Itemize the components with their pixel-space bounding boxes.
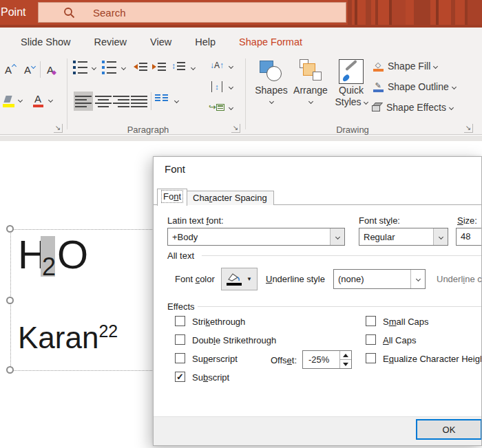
subscript-checkbox[interactable]: ✓ (175, 372, 185, 382)
tab-help[interactable]: Help (195, 36, 216, 47)
tab-slide-show[interactable]: Slide Show (21, 36, 71, 47)
chevron-down-icon (438, 234, 443, 239)
resize-handle-top-left[interactable] (6, 225, 14, 233)
lines-icon (139, 63, 147, 71)
underline-style-label: Underline style (266, 274, 325, 284)
columns-button[interactable] (155, 94, 168, 101)
arrange-label: Arrange (293, 85, 328, 96)
combo-dropdown-button[interactable] (330, 228, 344, 245)
text-highlight-color-button[interactable] (0, 89, 17, 110)
double-strikethrough-checkbox[interactable] (175, 334, 185, 345)
combo-dropdown-button[interactable] (410, 270, 425, 288)
superscript-checkbox[interactable] (175, 353, 185, 363)
chevron-down-icon (415, 277, 420, 281)
shape-fill-chevron-icon (433, 63, 438, 68)
shapes-label: Shapes (255, 85, 287, 96)
offset-label: Offset: (271, 355, 297, 365)
quick-styles-button[interactable]: Quick Styles (332, 58, 370, 108)
caret-down-icon (31, 63, 36, 68)
dialog-tab-character-spacing[interactable]: Character Spacing (186, 191, 274, 205)
shape-effects-button[interactable]: Shape Effects (372, 100, 453, 114)
divider (151, 92, 151, 110)
tab-review[interactable]: Review (94, 36, 127, 47)
shape-fill-button[interactable]: ◇ Shape Fill (372, 59, 437, 73)
superscript-label: Superscript (192, 354, 238, 364)
ok-button[interactable]: OK (416, 419, 482, 440)
latin-text-font-combobox[interactable]: +Body (167, 228, 345, 246)
align-left-button[interactable] (74, 92, 93, 111)
text-direction-button[interactable]: ↓ A ↑ (210, 61, 224, 70)
shapes-button[interactable]: Shapes (253, 58, 289, 103)
increase-font-size-button[interactable]: A (1, 61, 19, 78)
left-arrow-icon (134, 64, 138, 70)
group-separator (245, 58, 246, 129)
bullets-chevron-icon[interactable] (92, 65, 96, 70)
drawing-group-label: Drawing (297, 125, 408, 135)
tab-shape-format[interactable]: Shape Format (239, 36, 302, 47)
drawing-dialog-launcher[interactable]: ↘ (464, 124, 473, 133)
shape-outline-button[interactable]: ✎ Shape Outline (372, 80, 456, 94)
clear-formatting-button[interactable]: A ◆ (43, 61, 61, 78)
karan-base-text: Karan (18, 321, 98, 354)
subscript-label: Subscript (192, 372, 229, 383)
up-down-arrow-icon: ↕ (171, 61, 176, 71)
group-separator (67, 58, 67, 129)
font-style-combobox[interactable]: Regular (359, 228, 448, 246)
line-spacing-chevron-icon[interactable] (191, 65, 196, 70)
arrange-button[interactable]: Arrange (291, 58, 331, 103)
align-center-button[interactable] (94, 92, 112, 111)
triangle-up-icon (343, 354, 348, 357)
font-color-button[interactable]: A (29, 89, 47, 110)
combo-dropdown-button[interactable] (433, 228, 448, 245)
align-right-button[interactable] (112, 92, 130, 111)
resize-handle-bottom-left[interactable] (6, 366, 14, 374)
align-text-button[interactable]: ↕ (211, 81, 222, 92)
font-color-picker-button[interactable]: ▼ (221, 268, 258, 290)
shape-effects-icon (372, 103, 383, 112)
size-field[interactable]: 48 (456, 228, 482, 246)
convert-to-smartart-button[interactable]: ↪ (209, 102, 224, 112)
line-spacing-button[interactable]: ↕ (171, 61, 185, 71)
numbering-chevron-icon[interactable] (121, 65, 126, 70)
font-color-label: Font color (175, 274, 215, 284)
underline-style-combobox[interactable]: (none) (333, 269, 426, 289)
quick-styles-chevron-icon (364, 100, 368, 105)
small-caps-checkbox[interactable] (366, 316, 376, 326)
smartart-arrow-icon: ↪ (209, 102, 216, 112)
resize-handle-middle-left[interactable] (6, 297, 14, 304)
strikethrough-checkbox[interactable] (175, 316, 185, 326)
textbox-karan[interactable]: Karan22 (18, 321, 118, 355)
paragraph-dialog-launcher[interactable]: ↘ (231, 124, 240, 133)
all-caps-checkbox[interactable] (366, 334, 376, 345)
shapes-icon (258, 58, 285, 85)
tab-view[interactable]: View (150, 36, 171, 47)
equalize-character-height-checkbox[interactable] (366, 353, 376, 363)
highlight-dropdown-chevron-icon[interactable] (18, 98, 23, 103)
columns-chevron-icon[interactable] (174, 98, 179, 103)
ribbon: A A A ◆ A ↘ (0, 56, 482, 135)
chevron-down-icon (335, 234, 339, 239)
h2o-subscript-text: 2 (42, 253, 56, 281)
dialog-tab-font[interactable]: Font (157, 189, 187, 206)
spin-down-button[interactable] (340, 360, 351, 368)
justify-button[interactable] (130, 92, 148, 111)
shape-outline-label: Shape Outline (388, 81, 449, 92)
offset-spinner[interactable]: -25% (302, 350, 352, 369)
double-strikethrough-label: Double Strikethrough (192, 335, 276, 345)
quick-styles-label-1: Quick (339, 85, 364, 96)
smartart-chevron-icon[interactable] (229, 105, 233, 110)
app-title: Point (1, 6, 25, 19)
align-text-chevron-icon[interactable] (229, 85, 233, 89)
decrease-font-size-button[interactable]: A (21, 61, 39, 78)
bullets-button[interactable] (73, 61, 87, 74)
text-direction-chevron-icon[interactable] (229, 64, 233, 69)
increase-indent-button[interactable] (152, 63, 166, 71)
decrease-indent-button[interactable] (134, 63, 147, 71)
quick-styles-label-2: Styles (335, 96, 361, 108)
font-dialog-launcher[interactable]: ↘ (54, 124, 63, 133)
align-text-icon: ↕ (211, 81, 222, 92)
search-input[interactable]: Search (38, 2, 346, 23)
font-color-dropdown-chevron-icon[interactable] (48, 98, 53, 103)
numbering-button[interactable] (102, 61, 116, 74)
spin-up-button[interactable] (340, 351, 351, 360)
